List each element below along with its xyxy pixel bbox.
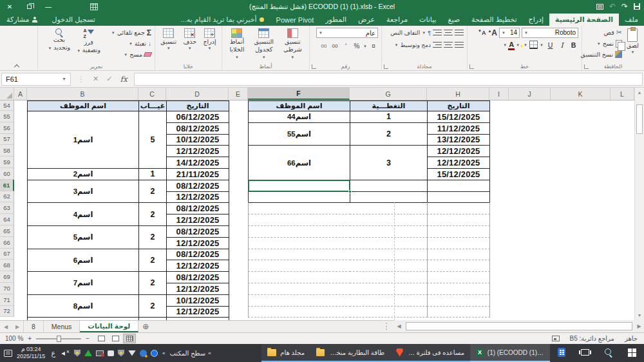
count-cell[interactable]: 2 (138, 180, 167, 204)
dashed-cell[interactable] (350, 283, 428, 295)
number-dialog-launcher[interactable] (312, 64, 316, 69)
dashed-cell[interactable] (350, 237, 428, 249)
column-header-E[interactable]: E (229, 88, 248, 100)
name-box[interactable]: F61▼ (1, 73, 71, 86)
share-button[interactable]: مشاركة (0, 14, 44, 26)
task-view-button[interactable] (573, 344, 597, 362)
align-left-icon[interactable] (433, 41, 442, 48)
redo-icon[interactable]: ↷ (621, 3, 628, 10)
row-header-57[interactable]: 57 (0, 134, 14, 146)
dashed-cell[interactable] (350, 249, 428, 261)
font-size-combo[interactable]: 14▼ (499, 28, 520, 38)
sheet-nav-left-icon[interactable]: ◀ (0, 321, 12, 332)
tab-insert[interactable]: إدراج (523, 14, 549, 26)
dashed-cell[interactable] (427, 237, 490, 249)
date-cell[interactable]: 14/12/2025 (166, 157, 229, 169)
date-cell[interactable]: 12/12/2025 (166, 145, 229, 157)
font-color-button[interactable]: A (509, 41, 514, 48)
close-icon[interactable]: ✕ (0, 0, 19, 13)
column-header-I[interactable]: I (489, 88, 509, 100)
page-layout-view-button[interactable] (109, 334, 122, 343)
dashed-cell[interactable] (427, 306, 490, 318)
italic-button[interactable]: I (557, 41, 567, 49)
count-cell[interactable]: 5 (138, 111, 167, 169)
row-header-60[interactable]: 60 (0, 168, 14, 180)
calculator-button[interactable] (550, 344, 573, 362)
date-cell[interactable]: 21/11/2025 (166, 168, 229, 180)
comma-style-button[interactable]: ٬ (341, 43, 350, 50)
chat-icon[interactable] (108, 350, 114, 356)
delete-cells-button[interactable]: × حذف▼ (181, 28, 198, 62)
increase-decimal-button[interactable]: 00 (330, 43, 339, 49)
taskbar-folder-battery-button[interactable]: طاقة البطارية منخف... (310, 344, 390, 362)
tab-scroll-splitter[interactable] (384, 321, 388, 331)
count-cell[interactable]: 2 (138, 249, 167, 272)
column-header-B[interactable]: B (27, 88, 138, 100)
start-button[interactable] (620, 344, 644, 362)
date-cell[interactable]: 08/12/2025 (166, 202, 229, 214)
grow-font-button[interactable]: A▲ (488, 28, 497, 37)
vertical-scrollbar[interactable]: ▲ ▼ (634, 88, 644, 320)
fill-button[interactable]: ↓تعبئة▼ (105, 39, 151, 48)
undo-icon[interactable]: ↶ (609, 3, 616, 10)
insert-cells-button[interactable]: + إدراج▼ (201, 28, 218, 62)
date-cell[interactable]: 06/12/2025 (166, 111, 229, 123)
autosum-button[interactable]: Σجمع تلقائي▼ (105, 28, 151, 37)
row-header-54[interactable]: 54 (0, 100, 14, 111)
count-cell[interactable]: 2 (138, 225, 167, 249)
row-header-63[interactable]: 63 (0, 202, 14, 214)
date-cell[interactable]: 12/12/2025 (166, 191, 229, 204)
date-cell[interactable]: 08/12/2025 (166, 122, 229, 135)
tab-file[interactable]: ملف (619, 14, 644, 26)
column-header-G[interactable]: G (350, 88, 427, 100)
action-center-icon[interactable] (4, 350, 12, 357)
scroll-up-icon[interactable]: ▲ (635, 88, 644, 97)
row-header-67[interactable]: 67 (0, 249, 14, 260)
column-header-H[interactable]: H (427, 88, 489, 100)
normal-view-button[interactable] (123, 334, 136, 343)
clipboard-dialog-launcher[interactable] (584, 64, 589, 69)
font-dialog-launcher[interactable] (469, 64, 474, 69)
column-header-K[interactable]: K (551, 88, 611, 100)
fill-handle[interactable] (348, 190, 352, 193)
new-sheet-icon[interactable]: ⊕ (138, 321, 153, 332)
cell-styles-button[interactable]: أنماط الخلايا ▼ (225, 28, 249, 62)
taskbar-folder-important-button[interactable]: مجلد هام (261, 344, 310, 362)
find-select-button[interactable]: بحث وتحديد ▼ (46, 28, 73, 62)
collapse-ribbon-icon[interactable] (14, 64, 19, 68)
dashed-cell[interactable] (248, 237, 350, 249)
date-cell[interactable]: 12/12/2025 (166, 260, 229, 272)
align-right-icon[interactable] (455, 41, 464, 48)
align-bottom-icon[interactable] (433, 29, 442, 36)
sheet-nav-right-icon[interactable]: ▶ (12, 321, 23, 332)
dashed-cell[interactable] (350, 214, 428, 226)
wifi-icon[interactable] (128, 350, 136, 356)
count-cell[interactable]: 2 (350, 122, 428, 146)
column-header-A[interactable]: A (14, 88, 27, 100)
table-header-count[interactable]: غيـــاب (138, 100, 167, 111)
security-warning-icon[interactable] (74, 350, 80, 357)
dashed-cell[interactable] (350, 306, 428, 318)
alignment-dialog-launcher[interactable] (384, 64, 388, 69)
wrap-text-button[interactable]: التفاف النص (390, 30, 420, 36)
date-cell[interactable]: 12/12/2025 (427, 145, 490, 157)
cut-button[interactable]: ✂قص (581, 28, 622, 37)
formula-input[interactable] (134, 73, 643, 86)
horizontal-scrollbar[interactable]: ◀ ▶ (394, 320, 644, 332)
dashed-cell[interactable] (248, 283, 350, 295)
row-header-55[interactable]: 55 (0, 111, 14, 122)
page-break-view-button[interactable] (95, 334, 108, 343)
dashed-cell[interactable] (427, 214, 490, 226)
table-header-date[interactable]: التاريخ (427, 100, 490, 111)
dashed-cell[interactable] (248, 260, 350, 272)
date-cell[interactable]: 12/12/2025 (166, 214, 229, 226)
row-header-71[interactable]: 71 (0, 294, 14, 306)
dashed-cell[interactable] (248, 294, 350, 307)
tab-developer[interactable]: المطور (319, 14, 352, 26)
taskbar-search-button[interactable] (597, 344, 620, 362)
empty-cell[interactable] (427, 191, 490, 204)
show-hidden-icons-chevron[interactable]: « (162, 350, 165, 356)
row-header-61[interactable]: 61 (0, 180, 14, 191)
dashed-cell[interactable] (350, 202, 428, 214)
row-header-72[interactable]: 72 (0, 306, 14, 318)
